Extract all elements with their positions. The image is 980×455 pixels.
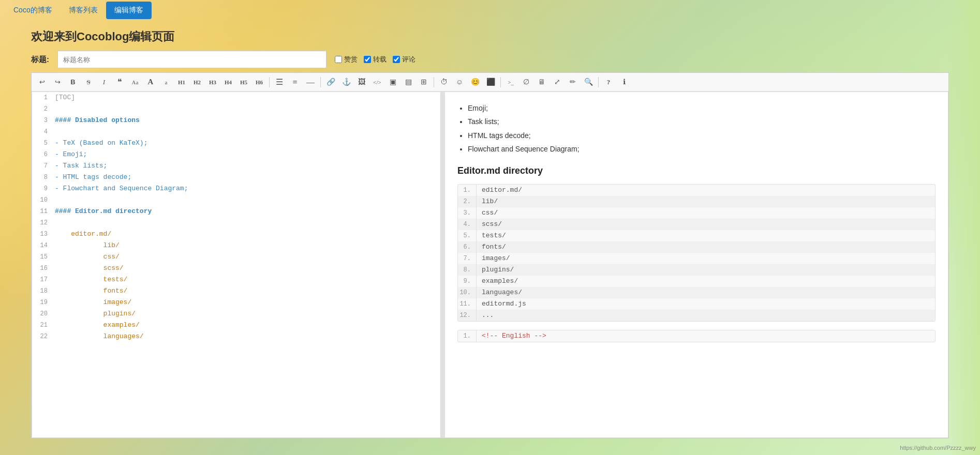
h4-button[interactable]: H4 [221, 75, 235, 89]
line-number: 16 [32, 263, 53, 274]
cb-content: scss/ [477, 219, 502, 230]
top-nav: Coco的博客 博客列表 编辑博客 [0, 0, 980, 21]
sep1 [269, 77, 270, 87]
checkbox-pinglun[interactable]: 评论 [393, 55, 415, 64]
line-number: 11 [32, 206, 53, 217]
ul-button[interactable]: ☰ [272, 75, 287, 89]
edit-icon-button[interactable]: ✏ [566, 75, 580, 89]
cb-num: 2. [458, 196, 477, 207]
code-line: 5- TeX (Based on KaTeX); [32, 138, 440, 149]
emoji1-button[interactable]: ☺ [452, 75, 467, 89]
zanshang-checkbox[interactable] [335, 56, 342, 63]
table-button[interactable]: ⊞ [417, 75, 431, 89]
preformat-button[interactable]: ▤ [401, 75, 415, 89]
checkbox-zhuanzai[interactable]: 转载 [364, 55, 387, 64]
code-line: 15 css/ [32, 251, 440, 263]
toolbar: ↩ ↪ B S I ❝ Aa A a H1 H2 H3 H4 H5 H6 ☰ ≡… [32, 73, 948, 92]
nav-item-list[interactable]: 博客列表 [61, 2, 106, 19]
pinglun-checkbox[interactable] [393, 56, 400, 63]
line-content: - TeX (Based on KaTeX); [53, 138, 440, 149]
h3-button[interactable]: H3 [205, 75, 220, 89]
special-button[interactable]: ⬛ [483, 75, 498, 89]
h2-button[interactable]: H2 [190, 75, 204, 89]
code-line: 1[TOC] [32, 92, 440, 103]
bold-button[interactable]: B [66, 75, 80, 89]
line-number: 13 [32, 229, 53, 240]
preview-item: Task lists; [468, 116, 936, 127]
nav-item-edit[interactable]: 编辑博客 [106, 2, 152, 19]
line-number: 15 [32, 251, 53, 263]
hr-button[interactable]: — [303, 75, 318, 89]
italic-button[interactable]: I [97, 75, 111, 89]
preview-code-line: 8. plugins/ [458, 264, 935, 276]
editor-right[interactable]: Emoji; Task lists; HTML tags decode; Flo… [445, 92, 948, 437]
cb-num: 6. [458, 241, 477, 253]
line-content: [TOC] [53, 92, 440, 103]
font-large-button[interactable]: A [143, 75, 158, 89]
info-button[interactable]: ℹ [617, 75, 631, 89]
title-label: 标题: [31, 55, 49, 65]
datetime-button[interactable]: ⏱ [437, 75, 451, 89]
checkbox-zanshang[interactable]: 赞赏 [335, 55, 358, 64]
ol-button[interactable]: ≡ [288, 75, 302, 89]
cb-content: languages/ [477, 287, 522, 298]
h5-button[interactable]: H5 [236, 75, 251, 89]
code-area[interactable]: 1[TOC]23#### Disabled options45- TeX (Ba… [32, 92, 440, 437]
zhuanzai-checkbox[interactable] [364, 56, 371, 63]
line-content: #### Disabled options [53, 115, 440, 126]
line-content: plugins/ [53, 308, 440, 320]
sep5 [598, 77, 599, 87]
code-line: 19 images/ [32, 297, 440, 308]
editor-scrollbar[interactable] [441, 92, 445, 437]
watermark: https://github.com/Pzzzz_wwy [900, 445, 976, 451]
code-line: 4 [32, 126, 440, 138]
pinglun-label: 评论 [402, 55, 415, 64]
preview-code-line: 4. scss/ [458, 219, 935, 230]
editor-left: 1[TOC]23#### Disabled options45- TeX (Ba… [32, 92, 441, 437]
redo-button[interactable]: ↪ [50, 75, 65, 89]
code-line: 14 lib/ [32, 240, 440, 251]
h1-button[interactable]: H1 [174, 75, 189, 89]
cb-content: examples/ [477, 276, 518, 287]
preview-item: Flowchart and Sequence Diagram; [468, 143, 936, 155]
line-content: fonts/ [53, 285, 440, 297]
strikethrough-button[interactable]: S [81, 75, 96, 89]
cb-num: 12. [458, 310, 477, 321]
search-button[interactable]: 🔍 [581, 75, 596, 89]
code-inline-button[interactable]: </> [370, 75, 384, 89]
undo-button[interactable]: ↩ [35, 75, 49, 89]
emoji2-button[interactable]: 😊 [468, 75, 482, 89]
cb-content: editormd.js [477, 298, 526, 310]
cb-content: plugins/ [477, 264, 514, 276]
image-button[interactable]: 🖼 [354, 75, 369, 89]
code-block-button[interactable]: ▣ [385, 75, 400, 89]
line-content: languages/ [53, 331, 440, 342]
code-line: 12 [32, 217, 440, 229]
clear-button[interactable]: ∅ [519, 75, 533, 89]
font-small-button[interactable]: a [159, 75, 173, 89]
main-content: 欢迎来到Cocoblog编辑页面 标题: 赞赏 转载 评论 ↩ ↪ B S [0, 21, 980, 438]
terminal-button[interactable]: >_ [503, 75, 518, 89]
cb-num: 1. [458, 185, 477, 196]
quote-button[interactable]: ❝ [112, 75, 127, 89]
help-button[interactable]: ? [601, 75, 616, 89]
anchor-button[interactable]: ⚓ [339, 75, 353, 89]
line-content: scss/ [53, 263, 440, 274]
nav-item-blog[interactable]: Coco的博客 [5, 2, 61, 19]
h6-button[interactable]: H6 [252, 75, 266, 89]
screen-button[interactable]: 🖥 [534, 75, 549, 89]
line-number: 6 [32, 149, 53, 160]
preview-code-line: 3. css/ [458, 207, 935, 219]
expand-button[interactable]: ⤢ [550, 75, 565, 89]
line-number: 21 [32, 320, 53, 331]
title-input[interactable] [57, 51, 326, 68]
checkbox-group: 赞赏 转载 评论 [335, 55, 415, 64]
line-content: images/ [53, 297, 440, 308]
preview-code-line: 12. ... [458, 310, 935, 321]
cb-num: 7. [458, 253, 477, 264]
code-line: 3#### Disabled options [32, 115, 440, 126]
fontsize-button[interactable]: Aa [128, 75, 142, 89]
line-content: #### Editor.md directory [53, 206, 440, 217]
code-line: 21 examples/ [32, 320, 440, 331]
link-button[interactable]: 🔗 [323, 75, 338, 89]
